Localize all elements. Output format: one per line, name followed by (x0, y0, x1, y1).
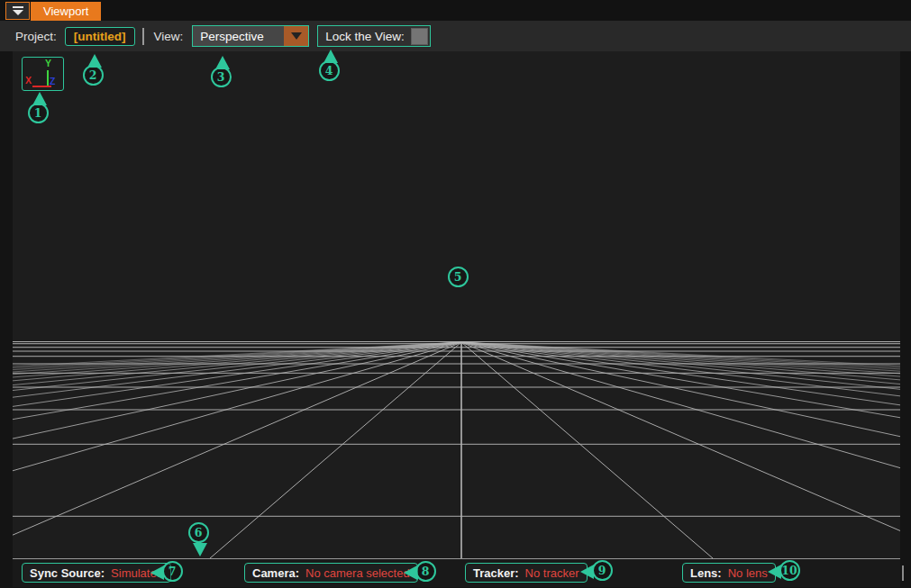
project-label: Project: (15, 30, 57, 43)
dropdown-arrow-button[interactable] (284, 26, 308, 46)
axis-x-label: X (25, 75, 32, 86)
camera-value: No camera selected (305, 566, 410, 580)
camera-label: Camera: (252, 566, 299, 580)
lock-view-checkbox[interactable] (411, 28, 428, 45)
project-value-field[interactable]: [untitled] (65, 27, 135, 46)
status-camera[interactable]: Camera: No camera selected (244, 563, 418, 583)
status-tracker[interactable]: Tracker: No tracker (465, 563, 588, 583)
chevron-down-icon (291, 32, 302, 40)
axis-x-line (32, 86, 51, 87)
toolbar: Project: [untitled] View: Perspective Lo… (0, 21, 911, 51)
lens-value: No lens (728, 566, 768, 580)
tab-viewport[interactable]: Viewport (31, 2, 101, 21)
view-label: View: (154, 30, 184, 43)
sync-source-value: Simulated (111, 566, 163, 580)
status-lens[interactable]: Lens: No lens (682, 563, 776, 583)
axis-y-line (47, 70, 49, 86)
view-select[interactable]: Perspective (192, 25, 309, 47)
perspective-grid (13, 51, 900, 558)
status-bar: Sync Source: Simulated Camera: No camera… (13, 558, 900, 587)
view-select-value: Perspective (193, 30, 284, 43)
lock-view-label: Lock the View: (325, 30, 405, 43)
axis-z-label: Z (50, 76, 55, 86)
collapse-down-icon (13, 6, 23, 15)
lens-label: Lens: (690, 566, 722, 580)
toolbar-divider (142, 28, 144, 45)
status-bar-divider (902, 565, 904, 581)
sync-source-label: Sync Source: (30, 566, 105, 580)
tab-bar: Viewport (0, 0, 911, 21)
status-sync-source[interactable]: Sync Source: Simulated (22, 563, 171, 583)
viewport-canvas[interactable]: Y X Z (13, 51, 900, 558)
tracker-value: No tracker (525, 566, 579, 580)
axis-gizmo: Y X Z (22, 57, 64, 91)
lock-view-field[interactable]: Lock the View: (317, 25, 431, 47)
tracker-label: Tracker: (473, 566, 519, 580)
axis-y-label: Y (45, 58, 51, 68)
viewport-menu-button[interactable] (5, 2, 30, 20)
